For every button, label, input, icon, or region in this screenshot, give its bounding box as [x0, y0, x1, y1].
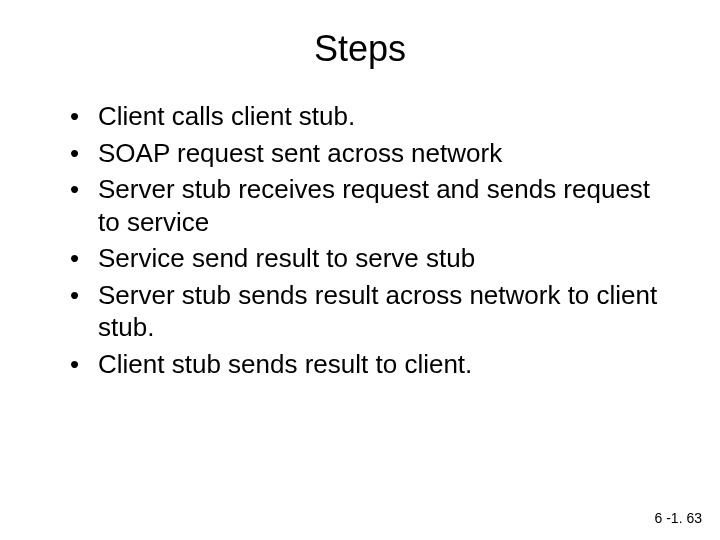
slide-title: Steps: [0, 0, 720, 70]
list-item: Client calls client stub.: [70, 100, 660, 133]
list-item: Client stub sends result to client.: [70, 348, 660, 381]
bullet-text: SOAP request sent across network: [98, 138, 502, 168]
list-item: SOAP request sent across network: [70, 137, 660, 170]
bullet-text: Server stub sends result across network …: [98, 280, 657, 343]
list-item: Service send result to serve stub: [70, 242, 660, 275]
bullet-text: Service send result to serve stub: [98, 243, 475, 273]
slide: Steps Client calls client stub. SOAP req…: [0, 0, 720, 540]
bullet-text: Client stub sends result to client.: [98, 349, 472, 379]
slide-body: Client calls client stub. SOAP request s…: [0, 70, 720, 380]
list-item: Server stub sends result across network …: [70, 279, 660, 344]
bullet-text: Client calls client stub.: [98, 101, 355, 131]
bullet-list: Client calls client stub. SOAP request s…: [70, 100, 660, 380]
list-item: Server stub receives request and sends r…: [70, 173, 660, 238]
bullet-text: Server stub receives request and sends r…: [98, 174, 650, 237]
slide-number: 6 -1. 63: [655, 510, 702, 526]
